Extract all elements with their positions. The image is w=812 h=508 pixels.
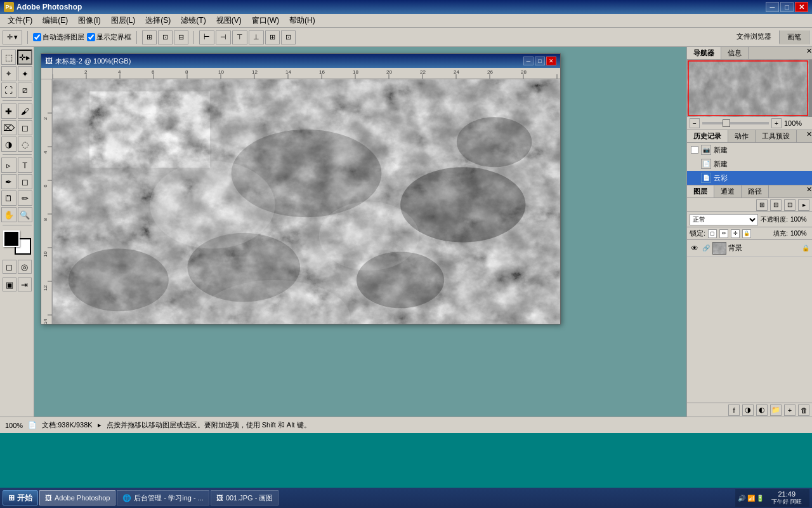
transform-btn-1[interactable]: ⊞ — [142, 30, 157, 44]
layer-mask-btn[interactable]: ◑ — [742, 404, 754, 416]
layer-delete-btn[interactable]: 🗑 — [798, 404, 809, 416]
menu-file[interactable]: 文件(F) — [3, 14, 37, 27]
foreground-color[interactable] — [3, 231, 20, 247]
crop-tool[interactable]: ⛶ — [1, 83, 16, 98]
brush-tool[interactable]: 🖌 — [18, 104, 33, 119]
taskbar-browser[interactable]: 🌐 后台管理 - 学习ing - ... — [117, 490, 209, 505]
lock-transparent[interactable]: ▢ — [708, 229, 717, 238]
hand-tool[interactable]: ✋ — [1, 207, 16, 222]
actions-tab[interactable]: 动作 — [728, 130, 756, 142]
menu-layer[interactable]: 图层(L) — [106, 14, 141, 27]
gradient-tool[interactable]: ◑ — [1, 137, 16, 152]
pen-tool[interactable]: ✒ — [1, 174, 16, 189]
layer-background[interactable]: 👁 🔗 — [687, 240, 812, 257]
lock-position[interactable]: ✛ — [731, 229, 740, 238]
align-btn-4[interactable]: ⊥ — [249, 30, 264, 44]
paths-tab[interactable]: 路径 — [742, 185, 769, 197]
transform-btn-3[interactable]: ⊟ — [174, 30, 188, 44]
menu-window[interactable]: 窗口(W) — [247, 14, 284, 27]
eraser-tool[interactable]: ◻ — [18, 120, 33, 135]
magic-wand-tool[interactable]: ✦ — [18, 66, 33, 81]
nav-panel-close[interactable]: ✕ — [806, 47, 812, 59]
lock-image[interactable]: ✏ — [719, 229, 728, 238]
layers-lock-row: 锁定: ▢ ✏ ✛ 🔒 填充: 100% — [687, 227, 812, 240]
notes-tool[interactable]: 🗒 — [1, 190, 16, 206]
align-btn-2[interactable]: ⊣ — [216, 30, 231, 44]
color-swatch[interactable] — [3, 231, 31, 255]
lasso-tool[interactable]: ⌖ — [1, 66, 16, 81]
align-btn-1[interactable]: ⊢ — [199, 30, 214, 44]
zoom-slider-thumb[interactable] — [723, 119, 730, 127]
transform-btn-2[interactable]: ⊡ — [158, 30, 173, 44]
zoom-slider[interactable] — [702, 122, 769, 124]
layer-new-btn[interactable]: + — [784, 404, 796, 416]
file-browser-tab[interactable]: 文件浏览器 — [729, 30, 780, 44]
eyedropper-tool[interactable]: ✏ — [18, 190, 33, 206]
align-btn-6[interactable]: ⊡ — [281, 30, 296, 44]
shape-tool[interactable]: ◻ — [18, 174, 33, 189]
layers-tool-3[interactable]: ⊡ — [784, 199, 796, 211]
show-bounds-checkbox[interactable]: 显示定界框 — [87, 32, 131, 42]
brush-tab[interactable]: 画笔 — [780, 30, 809, 44]
menu-view[interactable]: 视图(V) — [211, 14, 247, 27]
layers-tool-4[interactable]: ▸ — [798, 199, 809, 211]
taskbar-paint[interactable]: 🖼 001.JPG - 画图 — [211, 490, 279, 505]
history-snapshot[interactable]: 📷 新建 — [687, 143, 812, 157]
menu-edit[interactable]: 编辑(E) — [37, 14, 73, 27]
layer-link-icon[interactable]: 🔗 — [702, 244, 710, 253]
move-tool-options[interactable]: ✛ ▾ — [3, 30, 22, 44]
align-btn-5[interactable]: ⊞ — [265, 30, 280, 44]
layer-visibility-icon[interactable]: 👁 — [690, 243, 700, 253]
screen-mode-btn[interactable]: ▣ — [3, 277, 16, 291]
doc-maximize[interactable]: □ — [535, 57, 545, 65]
layers-tab[interactable]: 图层 — [687, 185, 714, 197]
slice-tool[interactable]: ⧄ — [18, 83, 33, 98]
doc-minimize[interactable]: ─ — [523, 57, 534, 65]
history-item-1[interactable]: 📄 新建 — [687, 157, 812, 171]
layers-tool-1[interactable]: ⊞ — [756, 199, 768, 211]
quick-mask-mode[interactable]: ◎ — [18, 260, 32, 274]
heal-tool[interactable]: ✚ — [1, 104, 16, 119]
navigator-tab[interactable]: 导航器 — [687, 47, 721, 59]
doc-close[interactable]: ✕ — [546, 57, 556, 65]
blur-tool[interactable]: ◌ — [18, 137, 33, 152]
history-tab[interactable]: 历史记录 — [687, 130, 728, 142]
menu-filter[interactable]: 滤镜(T) — [176, 14, 211, 27]
layer-adjust-btn[interactable]: ◐ — [756, 404, 768, 416]
zoom-tool[interactable]: 🔍 — [18, 207, 33, 222]
history-panel-close[interactable]: ✕ — [806, 130, 812, 142]
align-btn-3[interactable]: ⊤ — [232, 30, 247, 44]
ruler-area: 2 4 6 8 10 12 — [41, 68, 560, 79]
stamp-tool[interactable]: ⌦ — [1, 120, 16, 135]
blend-mode-select[interactable]: 正常 — [690, 214, 758, 225]
path-tool[interactable]: ▹ — [1, 157, 16, 173]
menu-select[interactable]: 选择(S) — [140, 14, 176, 27]
layer-style-btn[interactable]: f — [728, 404, 740, 416]
info-tab[interactable]: 信息 — [721, 47, 749, 59]
jump-btn[interactable]: ⇥ — [18, 277, 32, 291]
text-tool[interactable]: T — [18, 157, 33, 173]
layer-thumbnail — [712, 242, 726, 255]
layer-group-btn[interactable]: 📁 — [770, 404, 782, 416]
lock-all[interactable]: 🔒 — [742, 229, 751, 238]
move-tool[interactable]: ✛▸ — [17, 50, 32, 65]
menu-image[interactable]: 图像(I) — [73, 14, 105, 27]
menu-help[interactable]: 帮助(H) — [284, 14, 320, 27]
standard-mode[interactable]: ◻ — [3, 260, 16, 274]
zoom-out-btn[interactable]: − — [690, 118, 700, 128]
zoom-in-btn[interactable]: + — [771, 118, 782, 128]
history-item-2[interactable]: 📄 云彩 — [687, 171, 812, 185]
taskbar-photoshop[interactable]: 🖼 Adobe Photoshop — [39, 490, 115, 505]
auto-select-checkbox[interactable]: 自动选择图层 — [33, 32, 84, 42]
auto-select-input[interactable] — [33, 33, 41, 41]
maximize-button[interactable]: □ — [780, 2, 794, 12]
selection-tool[interactable]: ⬚ — [1, 50, 16, 65]
channels-tab[interactable]: 通道 — [714, 185, 742, 197]
layers-panel-close[interactable]: ✕ — [806, 185, 812, 197]
close-button[interactable]: ✕ — [795, 2, 808, 12]
minimize-button[interactable]: ─ — [766, 2, 779, 12]
show-bounds-input[interactable] — [87, 33, 95, 41]
tool-presets-tab[interactable]: 工具预设 — [756, 130, 797, 142]
layers-tool-2[interactable]: ⊟ — [770, 199, 782, 211]
start-button[interactable]: ⊞ 开始 — [3, 490, 38, 505]
